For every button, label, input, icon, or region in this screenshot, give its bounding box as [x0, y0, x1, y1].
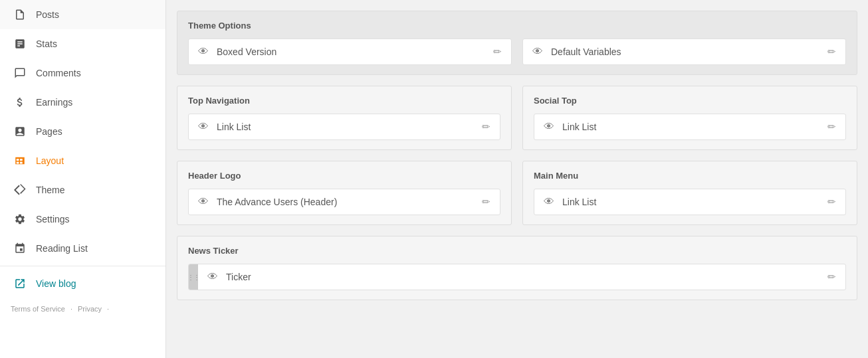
footer-sep1: ·	[70, 305, 72, 313]
sidebar-footer: Terms of Service · Privacy ·	[0, 298, 165, 319]
sidebar-divider	[0, 266, 165, 266]
top-navigation-section: Top Navigation 👁 Link List ✏	[177, 86, 512, 150]
edit-icon-ticker[interactable]: ✏	[827, 271, 836, 283]
sidebar-item-reading-list-label: Reading List	[36, 243, 88, 254]
drag-handle[interactable]: ⋮⋮	[189, 264, 198, 290]
sidebar-item-stats[interactable]: Stats	[0, 29, 165, 58]
sidebar-item-earnings-label: Earnings	[36, 97, 72, 108]
sidebar-item-layout-label: Layout	[36, 155, 64, 166]
ticker-inner: 👁 Ticker ✏	[198, 264, 845, 290]
theme-options-title: Theme Options	[188, 21, 846, 31]
edit-icon-topnav[interactable]: ✏	[482, 121, 490, 133]
theme-options-section: Theme Options 👁 Boxed Version ✏ 👁 Defaul…	[177, 11, 857, 75]
sidebar-item-pages-label: Pages	[36, 126, 62, 137]
sidebar-item-comments-label: Comments	[36, 68, 81, 78]
header-logo-label: The Advance Users (Header)	[217, 197, 474, 207]
header-menu-row: Header Logo 👁 The Advance Users (Header)…	[177, 161, 857, 225]
edit-icon-social[interactable]: ✏	[827, 121, 836, 133]
sidebar-item-reading-list[interactable]: Reading List	[0, 234, 165, 263]
header-logo-title: Header Logo	[188, 171, 500, 181]
doc-icon	[13, 8, 27, 21]
sidebar-item-settings-label: Settings	[36, 214, 70, 224]
eye-icon-header: 👁	[198, 196, 209, 208]
default-variables-label: Default Variables	[551, 46, 819, 57]
sidebar-item-posts[interactable]: Posts	[0, 0, 165, 29]
privacy-link[interactable]: Privacy	[78, 305, 102, 313]
sidebar-item-theme[interactable]: Theme	[0, 175, 165, 205]
sidebar-item-layout[interactable]: Layout	[0, 146, 165, 175]
header-logo-section: Header Logo 👁 The Advance Users (Header)…	[177, 161, 512, 225]
ticker-item: ⋮⋮ 👁 Ticker ✏	[188, 264, 846, 290]
sidebar-item-theme-label: Theme	[36, 185, 65, 195]
terms-of-service-link[interactable]: Terms of Service	[11, 305, 65, 313]
main-content: Theme Options 👁 Boxed Version ✏ 👁 Defaul…	[166, 0, 868, 358]
settings-icon	[13, 213, 27, 226]
social-top-title: Social Top	[534, 96, 846, 106]
footer-sep2: ·	[107, 305, 109, 313]
eye-icon-social: 👁	[544, 121, 554, 133]
main-menu-item: 👁 Link List ✏	[534, 189, 846, 215]
external-link-icon	[13, 277, 27, 290]
top-navigation-title: Top Navigation	[188, 96, 500, 106]
boxed-version-label: Boxed Version	[217, 46, 485, 57]
comment-icon	[13, 66, 27, 80]
main-menu-label: Link List	[562, 197, 819, 207]
top-navigation-item: 👁 Link List ✏	[188, 114, 500, 140]
ticker-label: Ticker	[226, 272, 819, 282]
main-menu-section: Main Menu 👁 Link List ✏	[522, 161, 857, 225]
social-top-item: 👁 Link List ✏	[534, 114, 846, 140]
layout-icon	[13, 154, 27, 167]
social-top-section: Social Top 👁 Link List ✏	[522, 86, 857, 150]
eye-icon-menu: 👁	[544, 196, 554, 208]
social-top-label: Link List	[562, 122, 819, 132]
eye-icon-boxed: 👁	[198, 46, 209, 58]
eye-icon-ticker: 👁	[207, 271, 218, 283]
eye-icon-default: 👁	[532, 46, 543, 58]
reading-icon	[13, 242, 27, 255]
main-menu-title: Main Menu	[534, 171, 846, 181]
theme-icon	[13, 183, 27, 197]
sidebar-item-pages[interactable]: Pages	[0, 117, 165, 146]
theme-options-row: 👁 Boxed Version ✏ 👁 Default Variables ✏	[188, 39, 846, 65]
header-logo-item: 👁 The Advance Users (Header) ✏	[188, 189, 500, 215]
sidebar-item-stats-label: Stats	[36, 39, 57, 49]
sidebar: Posts Stats Comments Earnings Pages Layo…	[0, 0, 166, 358]
sidebar-item-posts-label: Posts	[36, 9, 59, 20]
boxed-version-item: 👁 Boxed Version ✏	[188, 39, 512, 65]
sidebar-item-view-blog[interactable]: View blog	[0, 269, 165, 298]
edit-icon-boxed[interactable]: ✏	[493, 46, 502, 58]
default-variables-item: 👁 Default Variables ✏	[522, 39, 846, 65]
sidebar-item-comments[interactable]: Comments	[0, 58, 165, 88]
view-blog-label: View blog	[36, 278, 76, 289]
edit-icon-header[interactable]: ✏	[482, 196, 490, 208]
edit-icon-default[interactable]: ✏	[827, 46, 836, 58]
nav-social-row: Top Navigation 👁 Link List ✏ Social Top …	[177, 86, 857, 150]
dollar-icon	[13, 96, 27, 109]
pages-icon	[13, 125, 27, 138]
sidebar-item-settings[interactable]: Settings	[0, 205, 165, 234]
news-ticker-title: News Ticker	[188, 246, 846, 256]
edit-icon-menu[interactable]: ✏	[827, 196, 836, 208]
top-navigation-label: Link List	[217, 122, 474, 132]
eye-icon-topnav: 👁	[198, 121, 209, 133]
news-ticker-section: News Ticker ⋮⋮ 👁 Ticker ✏	[177, 236, 857, 300]
sidebar-item-earnings[interactable]: Earnings	[0, 88, 165, 117]
chart-icon	[13, 37, 27, 50]
